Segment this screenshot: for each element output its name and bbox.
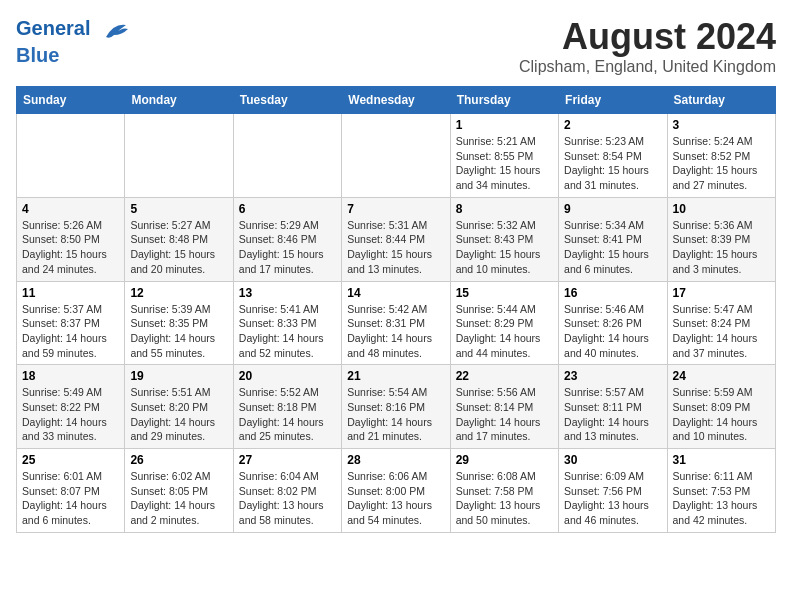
day-number: 10 — [673, 202, 770, 216]
calendar-day-cell: 15Sunrise: 5:44 AM Sunset: 8:29 PM Dayli… — [450, 281, 558, 365]
day-number: 19 — [130, 369, 227, 383]
day-number: 4 — [22, 202, 119, 216]
day-info: Sunrise: 5:47 AM Sunset: 8:24 PM Dayligh… — [673, 302, 770, 361]
calendar-day-cell: 20Sunrise: 5:52 AM Sunset: 8:18 PM Dayli… — [233, 365, 341, 449]
day-info: Sunrise: 5:52 AM Sunset: 8:18 PM Dayligh… — [239, 385, 336, 444]
day-info: Sunrise: 5:44 AM Sunset: 8:29 PM Dayligh… — [456, 302, 553, 361]
day-number: 29 — [456, 453, 553, 467]
day-number: 7 — [347, 202, 444, 216]
weekday-header-tuesday: Tuesday — [233, 87, 341, 114]
day-info: Sunrise: 5:32 AM Sunset: 8:43 PM Dayligh… — [456, 218, 553, 277]
day-info: Sunrise: 5:59 AM Sunset: 8:09 PM Dayligh… — [673, 385, 770, 444]
month-year-title: August 2024 — [519, 16, 776, 58]
day-info: Sunrise: 6:06 AM Sunset: 8:00 PM Dayligh… — [347, 469, 444, 528]
weekday-header-sunday: Sunday — [17, 87, 125, 114]
day-number: 8 — [456, 202, 553, 216]
calendar-week-row: 11Sunrise: 5:37 AM Sunset: 8:37 PM Dayli… — [17, 281, 776, 365]
calendar-day-cell: 27Sunrise: 6:04 AM Sunset: 8:02 PM Dayli… — [233, 449, 341, 533]
day-number: 21 — [347, 369, 444, 383]
day-info: Sunrise: 5:37 AM Sunset: 8:37 PM Dayligh… — [22, 302, 119, 361]
day-number: 25 — [22, 453, 119, 467]
day-info: Sunrise: 5:41 AM Sunset: 8:33 PM Dayligh… — [239, 302, 336, 361]
day-info: Sunrise: 5:21 AM Sunset: 8:55 PM Dayligh… — [456, 134, 553, 193]
weekday-header-monday: Monday — [125, 87, 233, 114]
calendar-day-cell — [233, 114, 341, 198]
calendar-day-cell: 4Sunrise: 5:26 AM Sunset: 8:50 PM Daylig… — [17, 197, 125, 281]
calendar-day-cell — [342, 114, 450, 198]
day-number: 3 — [673, 118, 770, 132]
day-number: 22 — [456, 369, 553, 383]
calendar-day-cell: 23Sunrise: 5:57 AM Sunset: 8:11 PM Dayli… — [559, 365, 667, 449]
calendar-day-cell: 17Sunrise: 5:47 AM Sunset: 8:24 PM Dayli… — [667, 281, 775, 365]
day-number: 18 — [22, 369, 119, 383]
calendar-day-cell: 28Sunrise: 6:06 AM Sunset: 8:00 PM Dayli… — [342, 449, 450, 533]
calendar-day-cell: 31Sunrise: 6:11 AM Sunset: 7:53 PM Dayli… — [667, 449, 775, 533]
calendar-day-cell: 21Sunrise: 5:54 AM Sunset: 8:16 PM Dayli… — [342, 365, 450, 449]
calendar-day-cell — [17, 114, 125, 198]
day-info: Sunrise: 5:27 AM Sunset: 8:48 PM Dayligh… — [130, 218, 227, 277]
weekday-header-friday: Friday — [559, 87, 667, 114]
calendar-day-cell: 7Sunrise: 5:31 AM Sunset: 8:44 PM Daylig… — [342, 197, 450, 281]
day-info: Sunrise: 5:57 AM Sunset: 8:11 PM Dayligh… — [564, 385, 661, 444]
day-number: 6 — [239, 202, 336, 216]
calendar-day-cell: 19Sunrise: 5:51 AM Sunset: 8:20 PM Dayli… — [125, 365, 233, 449]
day-number: 31 — [673, 453, 770, 467]
day-info: Sunrise: 5:31 AM Sunset: 8:44 PM Dayligh… — [347, 218, 444, 277]
day-info: Sunrise: 5:29 AM Sunset: 8:46 PM Dayligh… — [239, 218, 336, 277]
day-info: Sunrise: 5:49 AM Sunset: 8:22 PM Dayligh… — [22, 385, 119, 444]
day-number: 30 — [564, 453, 661, 467]
day-info: Sunrise: 5:46 AM Sunset: 8:26 PM Dayligh… — [564, 302, 661, 361]
calendar-day-cell: 18Sunrise: 5:49 AM Sunset: 8:22 PM Dayli… — [17, 365, 125, 449]
day-info: Sunrise: 5:36 AM Sunset: 8:39 PM Dayligh… — [673, 218, 770, 277]
weekday-header-thursday: Thursday — [450, 87, 558, 114]
calendar-week-row: 18Sunrise: 5:49 AM Sunset: 8:22 PM Dayli… — [17, 365, 776, 449]
day-number: 11 — [22, 286, 119, 300]
weekday-header-saturday: Saturday — [667, 87, 775, 114]
day-number: 14 — [347, 286, 444, 300]
day-number: 20 — [239, 369, 336, 383]
calendar-day-cell: 13Sunrise: 5:41 AM Sunset: 8:33 PM Dayli… — [233, 281, 341, 365]
calendar-day-cell: 29Sunrise: 6:08 AM Sunset: 7:58 PM Dayli… — [450, 449, 558, 533]
calendar-day-cell: 22Sunrise: 5:56 AM Sunset: 8:14 PM Dayli… — [450, 365, 558, 449]
day-info: Sunrise: 6:11 AM Sunset: 7:53 PM Dayligh… — [673, 469, 770, 528]
day-number: 12 — [130, 286, 227, 300]
day-number: 27 — [239, 453, 336, 467]
day-number: 16 — [564, 286, 661, 300]
day-number: 15 — [456, 286, 553, 300]
calendar-day-cell: 16Sunrise: 5:46 AM Sunset: 8:26 PM Dayli… — [559, 281, 667, 365]
day-number: 9 — [564, 202, 661, 216]
calendar-day-cell: 30Sunrise: 6:09 AM Sunset: 7:56 PM Dayli… — [559, 449, 667, 533]
logo: General Blue — [16, 16, 130, 66]
weekday-header-wednesday: Wednesday — [342, 87, 450, 114]
calendar-day-cell: 12Sunrise: 5:39 AM Sunset: 8:35 PM Dayli… — [125, 281, 233, 365]
day-info: Sunrise: 5:23 AM Sunset: 8:54 PM Dayligh… — [564, 134, 661, 193]
calendar-day-cell — [125, 114, 233, 198]
calendar-header-row: SundayMondayTuesdayWednesdayThursdayFrid… — [17, 87, 776, 114]
day-number: 26 — [130, 453, 227, 467]
day-info: Sunrise: 6:08 AM Sunset: 7:58 PM Dayligh… — [456, 469, 553, 528]
calendar-day-cell: 8Sunrise: 5:32 AM Sunset: 8:43 PM Daylig… — [450, 197, 558, 281]
logo-general: General — [16, 17, 90, 39]
location-subtitle: Clipsham, England, United Kingdom — [519, 58, 776, 76]
calendar-week-row: 4Sunrise: 5:26 AM Sunset: 8:50 PM Daylig… — [17, 197, 776, 281]
day-number: 13 — [239, 286, 336, 300]
day-number: 5 — [130, 202, 227, 216]
calendar-day-cell: 6Sunrise: 5:29 AM Sunset: 8:46 PM Daylig… — [233, 197, 341, 281]
calendar-week-row: 1Sunrise: 5:21 AM Sunset: 8:55 PM Daylig… — [17, 114, 776, 198]
calendar-day-cell: 2Sunrise: 5:23 AM Sunset: 8:54 PM Daylig… — [559, 114, 667, 198]
calendar-day-cell: 24Sunrise: 5:59 AM Sunset: 8:09 PM Dayli… — [667, 365, 775, 449]
day-info: Sunrise: 5:26 AM Sunset: 8:50 PM Dayligh… — [22, 218, 119, 277]
day-info: Sunrise: 6:02 AM Sunset: 8:05 PM Dayligh… — [130, 469, 227, 528]
day-number: 24 — [673, 369, 770, 383]
calendar-day-cell: 10Sunrise: 5:36 AM Sunset: 8:39 PM Dayli… — [667, 197, 775, 281]
day-info: Sunrise: 6:01 AM Sunset: 8:07 PM Dayligh… — [22, 469, 119, 528]
day-number: 28 — [347, 453, 444, 467]
day-info: Sunrise: 5:24 AM Sunset: 8:52 PM Dayligh… — [673, 134, 770, 193]
calendar-week-row: 25Sunrise: 6:01 AM Sunset: 8:07 PM Dayli… — [17, 449, 776, 533]
calendar-day-cell: 26Sunrise: 6:02 AM Sunset: 8:05 PM Dayli… — [125, 449, 233, 533]
calendar-day-cell: 9Sunrise: 5:34 AM Sunset: 8:41 PM Daylig… — [559, 197, 667, 281]
day-number: 23 — [564, 369, 661, 383]
day-info: Sunrise: 5:54 AM Sunset: 8:16 PM Dayligh… — [347, 385, 444, 444]
day-info: Sunrise: 5:39 AM Sunset: 8:35 PM Dayligh… — [130, 302, 227, 361]
day-info: Sunrise: 6:04 AM Sunset: 8:02 PM Dayligh… — [239, 469, 336, 528]
